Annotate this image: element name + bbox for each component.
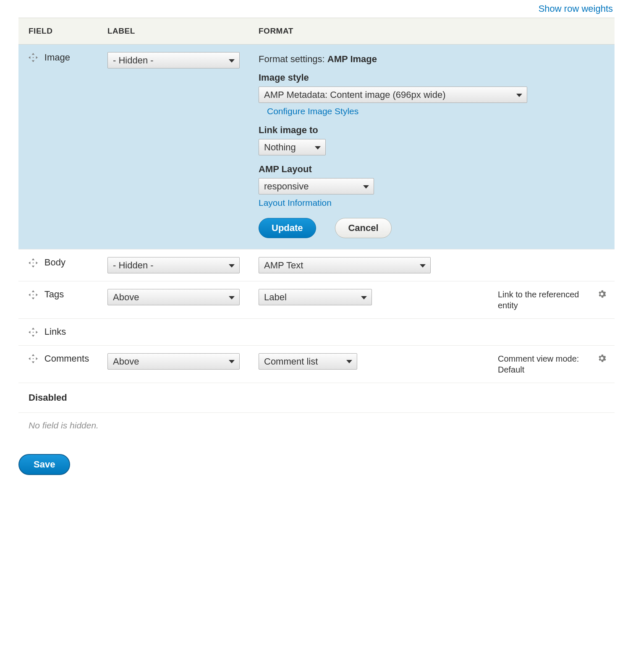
layout-information-link[interactable]: Layout Information [259, 198, 332, 208]
label-select-image[interactable]: - Hidden - [107, 52, 240, 68]
field-name-links: Links [44, 327, 66, 337]
row-comments: Comments Above Comment list [18, 345, 615, 383]
image-style-select[interactable]: AMP Metadata: Content image (696px wide) [259, 87, 527, 103]
row-tags: Tags Above Label Link t [18, 281, 615, 319]
disabled-empty: No field is hidden. [18, 412, 615, 442]
save-button[interactable]: Save [18, 454, 70, 475]
amp-layout-label: AMP Layout [259, 164, 609, 175]
drag-handle-icon[interactable] [29, 328, 38, 337]
header-format: FORMAT [254, 18, 615, 45]
field-name-tags: Tags [44, 289, 64, 300]
header-field: FIELD [18, 18, 102, 45]
link-image-to-select[interactable]: Nothing [259, 139, 326, 155]
header-label: LABEL [102, 18, 254, 45]
cancel-button[interactable]: Cancel [335, 218, 391, 238]
drag-handle-icon[interactable] [29, 354, 38, 363]
field-name-image: Image [44, 52, 70, 63]
row-image: Image - Hidden - Format settings: AMP Im… [18, 45, 615, 249]
link-image-to-label: Link image to [259, 125, 609, 136]
field-name-comments: Comments [44, 353, 89, 364]
drag-handle-icon[interactable] [29, 258, 38, 268]
label-select-tags[interactable]: Above [107, 289, 240, 305]
image-style-label: Image style [259, 72, 609, 83]
display-fields-table: FIELD LABEL FORMAT Image - Hidden - [18, 18, 615, 442]
format-select-body[interactable]: AMP Text [259, 257, 431, 273]
format-select-tags[interactable]: Label [259, 289, 372, 305]
label-select-comments[interactable]: Above [107, 353, 240, 370]
drag-handle-icon[interactable] [29, 53, 38, 62]
field-name-body: Body [44, 257, 65, 268]
format-select-comments[interactable]: Comment list [259, 353, 357, 370]
gear-icon[interactable] [597, 289, 607, 299]
format-settings-heading: Format settings: AMP Image [259, 54, 609, 65]
update-button[interactable]: Update [259, 218, 316, 238]
amp-layout-select[interactable]: responsive [259, 178, 374, 194]
summary-tags: Link to the referenced entity [493, 281, 589, 319]
label-select-body[interactable]: - Hidden - [107, 257, 240, 273]
drag-handle-icon[interactable] [29, 290, 38, 299]
configure-image-styles-link[interactable]: Configure Image Styles [267, 106, 358, 116]
gear-icon[interactable] [597, 353, 607, 363]
row-links: Links [18, 319, 615, 345]
show-row-weights-link[interactable]: Show row weights [18, 0, 615, 18]
section-disabled: Disabled [18, 383, 615, 412]
row-body: Body - Hidden - AMP Text [18, 249, 615, 281]
summary-comments: Comment view mode: Default [493, 345, 589, 383]
